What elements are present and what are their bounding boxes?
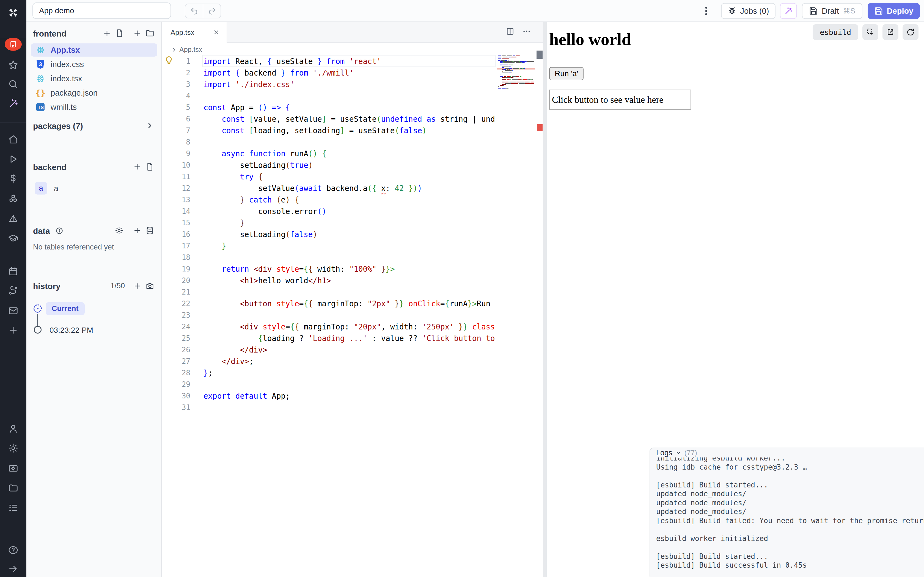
code-line-26[interactable]: 26 </div> bbox=[162, 344, 497, 356]
new-file-icon[interactable] bbox=[115, 29, 124, 37]
code-line-4[interactable]: 4 bbox=[162, 90, 497, 102]
apps-icon[interactable] bbox=[0, 35, 26, 53]
code-line-12[interactable]: 12 setValue(await backend.a({ x: 42 })) bbox=[162, 182, 497, 194]
jobs-button[interactable]: Jobs (0) bbox=[721, 3, 775, 19]
file-item-wmill-ts[interactable]: TS wmill.ts bbox=[31, 101, 157, 114]
open-external-button[interactable] bbox=[882, 24, 898, 40]
run-a-button[interactable]: Run 'a' bbox=[549, 67, 583, 80]
search-icon[interactable] bbox=[0, 75, 26, 93]
new-folder-icon[interactable] bbox=[146, 29, 154, 37]
draft-save-button[interactable]: Draft ⌘S bbox=[802, 3, 863, 19]
editor-more-button[interactable] bbox=[522, 27, 531, 36]
refresh-preview-button[interactable] bbox=[903, 24, 919, 40]
collapse-arrow-right-icon[interactable] bbox=[0, 560, 26, 577]
add-icon[interactable] bbox=[133, 163, 141, 171]
logs-output[interactable]: initializing esbuild worker... Using idb… bbox=[656, 454, 924, 570]
magic-wand-icon[interactable] bbox=[0, 95, 26, 112]
code-line-3[interactable]: 3import './index.css' bbox=[162, 79, 497, 90]
more-menu-button[interactable] bbox=[701, 5, 712, 17]
code-line-9[interactable]: 9 async function runA() { bbox=[162, 148, 497, 160]
chevron-down-icon[interactable] bbox=[675, 450, 682, 456]
code-line-27[interactable]: 27 </div>; bbox=[162, 356, 497, 367]
folders-icon[interactable] bbox=[0, 479, 26, 497]
inspect-element-button[interactable] bbox=[863, 24, 878, 40]
editor-scrollbar[interactable] bbox=[536, 31, 543, 577]
gear-icon[interactable] bbox=[115, 226, 123, 235]
file-item-index-tsx[interactable]: index.tsx bbox=[31, 72, 157, 85]
panel-resize-divider[interactable] bbox=[543, 22, 547, 577]
code-line-23[interactable]: 23 bbox=[162, 309, 497, 321]
code-line-17[interactable]: 17 } bbox=[162, 240, 497, 252]
history-current-pill[interactable]: Current bbox=[46, 302, 85, 315]
code-line-6[interactable]: 6 const [value, setValue] = useState(und… bbox=[162, 113, 497, 125]
code-line-11[interactable]: 11 try { bbox=[162, 171, 497, 182]
code-line-30[interactable]: 30export default App; bbox=[162, 390, 497, 402]
code-line-13[interactable]: 13 } catch (e) { bbox=[162, 194, 497, 206]
code-line-2[interactable]: 2import { backend } from './wmill' bbox=[162, 67, 497, 79]
user-icon[interactable] bbox=[0, 420, 26, 437]
code-line-16[interactable]: 16 setLoading(false) bbox=[162, 229, 497, 240]
file-item-index-css[interactable]: 3 index.css bbox=[31, 58, 157, 71]
flows-route-icon[interactable] bbox=[0, 282, 26, 300]
code-line-21[interactable]: 21 bbox=[162, 286, 497, 298]
file-item-app-tsx[interactable]: App.tsx bbox=[31, 44, 157, 56]
code-line-15[interactable]: 15 } bbox=[162, 217, 497, 229]
code-line-8[interactable]: 8 bbox=[162, 136, 497, 148]
audit-list-icon[interactable] bbox=[0, 499, 26, 517]
packages-expand[interactable] bbox=[146, 121, 154, 130]
code-line-20[interactable]: 20 <h1>hello world</h1> bbox=[162, 275, 497, 286]
resources-cubes-icon[interactable] bbox=[0, 190, 26, 208]
calendar-icon[interactable] bbox=[0, 263, 26, 280]
app-name-input[interactable] bbox=[32, 2, 171, 19]
code-line-28[interactable]: 28}; bbox=[162, 367, 497, 379]
file-item-package-json[interactable]: {} package.json bbox=[31, 86, 157, 100]
home-icon[interactable] bbox=[0, 131, 26, 148]
workers-box-icon[interactable] bbox=[0, 459, 26, 477]
code-line-19[interactable]: 19 return <div style={{ width: "100%" }}… bbox=[162, 263, 497, 275]
breadcrumb[interactable]: App.tsx bbox=[171, 46, 202, 53]
code-line-10[interactable]: 10 setLoading(true) bbox=[162, 160, 497, 171]
code-line-5[interactable]: 5const App = () => { bbox=[162, 102, 497, 113]
code-editor-panel: App.tsx App.tsx 1import React, { useStat… bbox=[162, 22, 543, 577]
ai-assistant-button[interactable] bbox=[780, 3, 797, 19]
plus-icon[interactable] bbox=[0, 321, 26, 339]
code-line-1[interactable]: 1import React, { useState } from 'react' bbox=[162, 55, 497, 67]
code-line-7[interactable]: 7 const [loading, setLoading] = useState… bbox=[162, 125, 497, 136]
tab-app-tsx[interactable]: App.tsx bbox=[162, 22, 227, 43]
minimap[interactable] bbox=[498, 53, 533, 577]
star-icon[interactable] bbox=[0, 56, 26, 74]
scrollbar-thumb[interactable] bbox=[536, 50, 543, 59]
new-file-icon[interactable] bbox=[146, 163, 154, 171]
deploy-button[interactable]: Deploy bbox=[867, 3, 920, 19]
close-icon[interactable] bbox=[213, 29, 220, 36]
redo-button[interactable] bbox=[203, 4, 221, 18]
code-line-31[interactable]: 31 bbox=[162, 402, 497, 413]
help-circle-icon[interactable] bbox=[0, 541, 26, 559]
code-line-29[interactable]: 29 bbox=[162, 379, 497, 390]
undo-button[interactable] bbox=[185, 4, 203, 18]
undo-redo-group bbox=[185, 3, 221, 18]
code-area[interactable]: 1import React, { useState } from 'react'… bbox=[162, 53, 497, 577]
camera-icon[interactable] bbox=[146, 282, 154, 290]
backend-script-badge[interactable]: a bbox=[35, 182, 47, 195]
add-icon[interactable] bbox=[103, 29, 111, 37]
variables-pyramid-icon[interactable] bbox=[0, 210, 26, 228]
code-line-24[interactable]: 24 <div style={{ marginTop: "20px", widt… bbox=[162, 321, 497, 332]
code-line-14[interactable]: 14 console.error() bbox=[162, 206, 497, 217]
database-icon[interactable] bbox=[146, 226, 154, 235]
add-icon[interactable] bbox=[133, 282, 141, 290]
dollar-icon[interactable] bbox=[0, 170, 26, 188]
runs-play-icon[interactable] bbox=[0, 150, 26, 168]
code-line-18[interactable]: 18 bbox=[162, 252, 497, 263]
add-icon[interactable] bbox=[133, 29, 141, 37]
logs-header[interactable]: Logs (77) bbox=[650, 448, 924, 458]
add-icon[interactable] bbox=[133, 226, 141, 235]
code-line-22[interactable]: 22 <button style={{ marginTop: "2px" }} … bbox=[162, 298, 497, 309]
code-line-25[interactable]: 25 {loading ? 'Loading ...' : value ?? '… bbox=[162, 332, 497, 344]
backend-script-name[interactable]: a bbox=[54, 184, 58, 193]
history-entry-time[interactable]: 03:23:22 PM bbox=[50, 326, 93, 335]
settings-gear-icon[interactable] bbox=[0, 439, 26, 457]
split-editor-button[interactable] bbox=[506, 27, 515, 36]
schedules-cap-icon[interactable] bbox=[0, 230, 26, 247]
mail-icon[interactable] bbox=[0, 302, 26, 319]
